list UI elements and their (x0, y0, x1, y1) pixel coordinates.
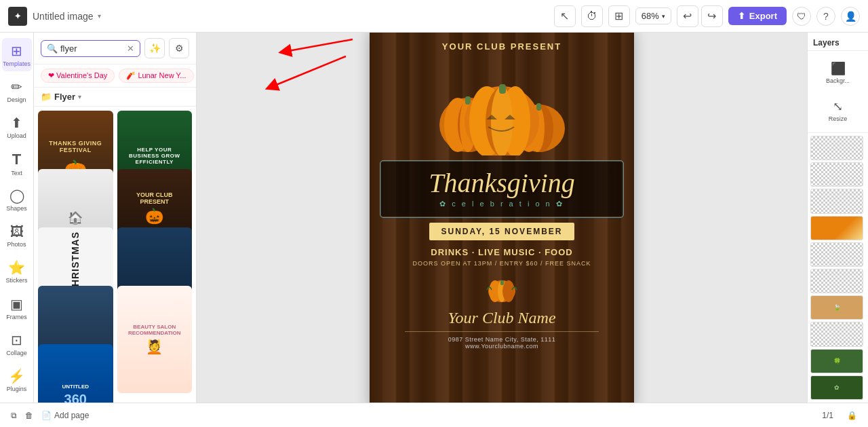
upload-label: Upload (7, 132, 26, 139)
sidebar-item-stickers[interactable]: ⭐ Stickers (2, 255, 32, 289)
export-button[interactable]: ⬆ Export (728, 7, 787, 25)
layer-item-7[interactable]: 🍃 (810, 295, 863, 320)
svg-rect-13 (536, 103, 541, 111)
layer-item-8[interactable] (810, 322, 863, 346)
background-icon: ⬛ (831, 61, 846, 76)
sidebar-item-frames[interactable]: ▣ Frames (2, 291, 32, 324)
resize-tool[interactable]: ⤡ Resize (814, 93, 863, 128)
text-icon: T (12, 151, 21, 168)
delete-button[interactable]: 🗑 (25, 411, 33, 420)
duplicate-button[interactable]: ⧉ (11, 411, 17, 420)
title-dropdown-icon[interactable]: ▾ (98, 12, 101, 20)
celebration-label: c e l e b r a t i o n (452, 200, 551, 208)
text-label: Text (11, 170, 22, 177)
svg-line-1 (285, 39, 353, 52)
svg-point-25 (502, 280, 515, 302)
club-present-text[interactable]: YOUR CLUB PRESENT (442, 41, 561, 52)
photos-icon: 🖼 (10, 224, 24, 240)
shapes-icon: ◯ (9, 187, 24, 204)
pumpkin-illustration (427, 57, 576, 155)
category-label: Flyer (54, 92, 75, 102)
lock-icon: 🔒 (847, 411, 857, 420)
layer-item-6[interactable] (810, 269, 863, 293)
undo-button[interactable]: ↩ (677, 5, 698, 27)
search-input[interactable] (60, 43, 124, 54)
frames-label: Frames (6, 314, 27, 320)
category-row[interactable]: 📁 Flyer ▾ (34, 88, 196, 107)
layer-item-2[interactable] (810, 162, 863, 187)
layer-item-4[interactable] (810, 216, 863, 240)
tpl2-label: HELP YOUR BUSINESS GROW EFFICIENTLY (123, 144, 187, 168)
tag-valentines[interactable]: ❤ Valentine's Day (41, 69, 115, 83)
layout-tool[interactable]: ⊞ (608, 5, 630, 27)
layer-item-3[interactable] (810, 189, 863, 213)
topbar-tools: ↖ ⏱ ⊞ 68% ▾ ↩ ↪ ⬆ Export 🛡 ? 👤 (554, 5, 860, 27)
main-layout: ⊞ Templates ✏ Design ⬆ Upload T Text ◯ S… (0, 33, 868, 403)
sidebar-item-collage[interactable]: ⊡ Collage (2, 327, 32, 360)
date-banner[interactable]: SUNDAY, 15 NOVEMBER (429, 223, 575, 240)
sidebar-item-shapes[interactable]: ◯ Shapes (2, 183, 32, 216)
address-line2[interactable]: www.Yourclubname.com (465, 343, 538, 350)
upload-icon: ⬆ (11, 115, 22, 131)
address-line1[interactable]: 0987 Street Name City, State, 1111 (448, 336, 555, 343)
sidebar-item-photos[interactable]: 🖼 Photos (2, 219, 32, 252)
sidebar-item-design[interactable]: ✏ Design (2, 74, 32, 107)
sidebar-item-templates[interactable]: ⊞ Templates (2, 38, 32, 71)
magic-filter-button[interactable]: ✨ (144, 38, 165, 58)
document-title[interactable]: Untitled image (33, 11, 94, 22)
user-icon[interactable]: 👤 (841, 7, 860, 26)
layer-tools: ⬛ Backgr... ⤡ Resize (808, 51, 868, 133)
doors-text[interactable]: DOORS OPEN AT 13PM / ENTRY $60 / FREE SN… (413, 260, 591, 267)
templates-label: Templates (3, 60, 31, 67)
stickers-label: Stickers (5, 277, 27, 284)
redo-button[interactable]: ↪ (701, 5, 723, 27)
thanksgiving-title[interactable]: Thanksgiving (395, 170, 609, 197)
layer-item-1[interactable] (810, 136, 863, 160)
shield-icon[interactable]: 🛡 (792, 7, 811, 26)
search-icon: 🔍 (47, 43, 58, 54)
layers-list: 🍃 🍀 ✿ (808, 133, 868, 403)
cursor-tool[interactable]: ↖ (554, 5, 576, 27)
svg-rect-19 (499, 84, 506, 94)
plugins-label: Plugins (7, 386, 27, 392)
timer-tool[interactable]: ⏱ (581, 5, 603, 27)
page-count: 1/1 (822, 411, 833, 420)
templates-panel: 🔍 ✕ ✨ ⚙ ❤ Valentine's Day 🧨 Lunar New Y.… (34, 33, 197, 403)
lock-button[interactable]: 🔒 (847, 411, 857, 420)
canvas-inner: YOUR CLUB PRESENT (370, 33, 634, 403)
templates-icon: ⊞ (11, 43, 22, 59)
layer-item-10[interactable]: ✿ (810, 375, 863, 400)
background-label: Backgr... (826, 77, 850, 84)
export-label: Export (749, 11, 777, 21)
bottom-bar: ⧉ 🗑 📄 Add page 1/1 🔒 (0, 403, 868, 427)
tag-lunar[interactable]: 🧨 Lunar New Y... (119, 69, 193, 83)
canvas-area[interactable]: YOUR CLUB PRESENT (197, 33, 807, 403)
tpl1-label: THANKS GIVING FESTIVAL (43, 137, 108, 156)
search-bar: 🔍 ✕ ✨ ⚙ (34, 33, 196, 64)
club-name[interactable]: Your Club Name (448, 309, 555, 327)
title-box[interactable]: Thanksgiving ✿ c e l e b r a t i o n ✿ (380, 161, 623, 217)
filter-button[interactable]: ⚙ (169, 38, 189, 58)
shapes-label: Shapes (6, 205, 27, 212)
svg-line-3 (271, 56, 346, 87)
clear-icon[interactable]: ✕ (127, 43, 134, 54)
small-pumpkin-decoration (481, 275, 522, 302)
topbar-icon-group: 🛡 ? 👤 (792, 7, 860, 26)
help-icon[interactable]: ? (816, 7, 835, 26)
music-text[interactable]: DRINKS · LIVE MUSIC · FOOD (431, 247, 572, 257)
add-page-button[interactable]: 📄 Add page (41, 411, 89, 420)
template-card-beauty[interactable]: BEAUTY SALON RECOMMENDATION 💆 (117, 286, 193, 393)
zoom-value: 68% (642, 11, 659, 21)
sidebar-item-text[interactable]: T Text (2, 147, 32, 180)
sidebar-item-upload[interactable]: ⬆ Upload (2, 111, 32, 144)
design-icon: ✏ (11, 79, 22, 95)
zoom-control[interactable]: 68% ▾ (635, 7, 671, 24)
sidebar-item-plugins[interactable]: ⚡ Plugins (2, 364, 32, 397)
layer-item-9[interactable]: 🍀 (810, 349, 863, 373)
template-card-blue[interactable]: UNTITLED 360 PLANS (38, 344, 113, 403)
canvas-document[interactable]: YOUR CLUB PRESENT (370, 33, 634, 403)
app-logo[interactable]: ✦ (8, 7, 27, 26)
layer-item-5[interactable] (810, 242, 863, 267)
background-tool[interactable]: ⬛ Backgr... (814, 55, 863, 90)
svg-rect-8 (465, 96, 471, 105)
